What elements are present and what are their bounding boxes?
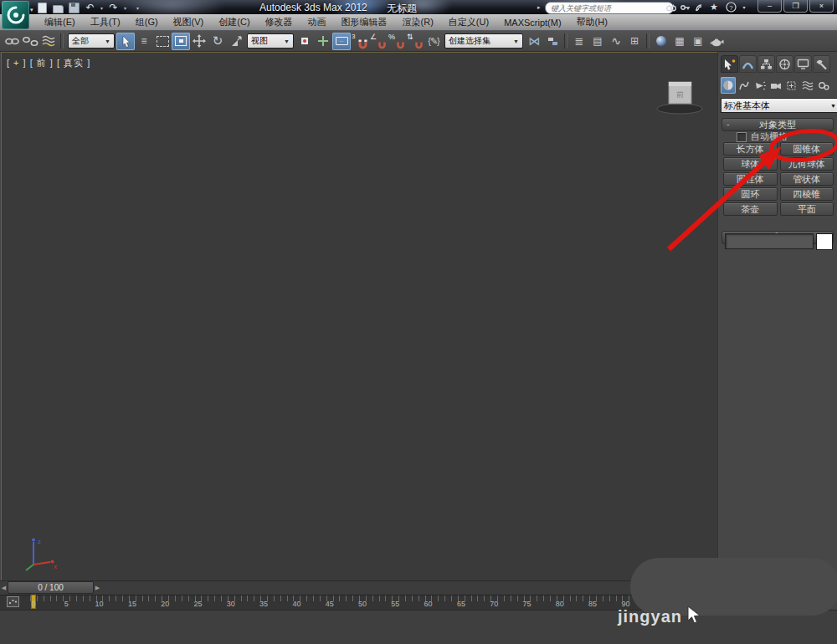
minimize-button[interactable]: – <box>757 0 782 13</box>
help-dropdown-icon[interactable]: ▾ <box>738 2 750 13</box>
primitive-button-teapot[interactable]: 茶壶 <box>723 202 778 216</box>
window-crossing-toggle-icon[interactable] <box>172 33 190 50</box>
menu-item-group[interactable]: 组(G) <box>128 14 166 30</box>
subscription-key-icon[interactable] <box>680 2 691 13</box>
select-and-link-icon[interactable] <box>3 33 21 50</box>
schematic-view-icon[interactable]: ⊞ <box>625 33 644 50</box>
primitive-button-pyramid[interactable]: 四棱锥 <box>780 187 834 201</box>
edit-named-selection-sets-icon[interactable]: {✎} <box>424 33 443 50</box>
menu-item-views[interactable]: 视图(V) <box>166 14 212 30</box>
favorites-star-icon[interactable]: ★ <box>708 2 720 13</box>
primitive-button-plane[interactable]: 平面 <box>780 202 834 216</box>
infocenter-expand-icon[interactable]: ▸ <box>537 4 541 11</box>
percent-snap-toggle-icon[interactable]: % <box>388 33 406 50</box>
primitive-button-box[interactable]: 长方体 <box>723 142 778 156</box>
align-icon[interactable] <box>543 33 562 50</box>
graphite-ribbon-icon[interactable]: ▤ <box>588 33 607 50</box>
menu-item-maxscript[interactable]: MAXScript(M) <box>496 16 568 29</box>
time-slider-grip[interactable]: 0 / 100 <box>8 581 94 594</box>
menu-item-modifiers[interactable]: 修改器 <box>258 14 300 30</box>
primitive-button-cone[interactable]: 圆锥体 <box>780 142 834 156</box>
save-file-icon[interactable] <box>69 3 80 13</box>
menu-item-rendering[interactable]: 渲染(R) <box>395 14 441 30</box>
redo-dropdown-icon[interactable]: ▾ <box>124 5 126 11</box>
infocenter-search[interactable] <box>545 2 674 14</box>
render-setup-icon[interactable]: ▦ <box>670 33 689 50</box>
open-file-icon[interactable] <box>53 3 64 13</box>
curve-editor-icon[interactable]: ∿ <box>607 33 625 50</box>
select-and-scale-icon[interactable] <box>227 33 245 50</box>
rectangular-selection-region-icon[interactable] <box>153 33 172 50</box>
viewport-label[interactable]: [ + ] [ 前 ] [ 真实 ] <box>7 57 90 69</box>
reference-coordinate-dropdown[interactable]: 视图▼ <box>247 33 294 49</box>
close-button[interactable]: × <box>809 0 834 13</box>
rendered-frame-window-icon[interactable]: ▣ <box>689 33 707 50</box>
menu-item-edit[interactable]: 编辑(E) <box>37 14 83 30</box>
select-and-rotate-icon[interactable]: ↻ <box>208 33 227 50</box>
time-slider-track[interactable] <box>0 580 717 595</box>
object-type-rollout[interactable]: - 对象类型 <box>721 118 834 131</box>
category-geometry-icon[interactable] <box>721 77 736 94</box>
autogrid-checkbox[interactable] <box>737 132 747 142</box>
use-pivot-point-icon[interactable] <box>295 33 314 50</box>
mirror-icon[interactable]: ⋈ <box>525 33 543 50</box>
angle-snap-toggle-icon[interactable]: ∠ <box>369 33 388 50</box>
primitive-button-cylinder[interactable]: 圆柱体 <box>723 172 778 186</box>
menu-item-customize[interactable]: 自定义(U) <box>441 14 496 30</box>
menu-item-graph-editors[interactable]: 图形编辑器 <box>334 14 395 30</box>
undo-icon[interactable]: ↶ <box>85 3 95 13</box>
viewcube[interactable]: 前 <box>650 75 710 115</box>
undo-dropdown-icon[interactable]: ▾ <box>100 5 103 11</box>
select-object-icon[interactable] <box>116 33 135 50</box>
category-space-warps-icon[interactable] <box>800 77 815 94</box>
time-slider-next-icon[interactable]: ▶ <box>94 582 101 594</box>
new-scene-icon[interactable] <box>37 3 48 13</box>
snaps-toggle-icon[interactable]: 3 <box>351 33 369 50</box>
primitive-button-torus[interactable]: 圆环 <box>723 187 778 201</box>
qat-customize-icon[interactable]: ▾ <box>136 5 139 11</box>
application-menu-button[interactable] <box>2 1 29 29</box>
primitive-button-geosphere[interactable]: 几何球体 <box>780 157 834 171</box>
tab-create[interactable] <box>721 55 738 73</box>
render-production-icon[interactable] <box>707 33 726 50</box>
selection-filter-dropdown[interactable]: 全部▼ <box>68 33 115 49</box>
category-helpers-icon[interactable] <box>784 77 799 94</box>
search-input[interactable] <box>551 4 668 13</box>
search-binoculars-icon[interactable] <box>665 2 677 13</box>
tab-hierarchy[interactable] <box>757 55 775 73</box>
material-editor-icon[interactable] <box>652 33 670 50</box>
mini-curve-editor-icon[interactable] <box>7 596 19 607</box>
time-slider-prev-icon[interactable]: ◀ <box>0 582 8 594</box>
menu-item-help[interactable]: 帮助(H) <box>569 14 615 30</box>
category-shapes-icon[interactable] <box>737 77 752 94</box>
menu-item-tools[interactable]: 工具(T) <box>83 14 128 30</box>
communication-center-icon[interactable] <box>694 2 706 13</box>
tab-motion[interactable] <box>776 55 793 73</box>
tab-utilities[interactable] <box>813 55 830 73</box>
category-cameras-icon[interactable] <box>768 77 783 94</box>
viewport-front[interactable] <box>1 52 718 581</box>
application-menu-arrow-icon[interactable]: ▾ <box>30 7 33 13</box>
bind-to-space-warp-icon[interactable] <box>39 33 58 50</box>
keyboard-shortcut-override-icon[interactable]: ∙∙∙ <box>332 33 351 50</box>
redo-icon[interactable]: ↷ <box>108 3 119 13</box>
primitive-button-sphere[interactable]: 球体 <box>723 157 778 171</box>
named-selection-sets-dropdown[interactable]: 创建选择集▼ <box>444 33 523 49</box>
object-color-swatch[interactable] <box>816 233 833 250</box>
unlink-selection-icon[interactable] <box>21 33 39 50</box>
select-and-manipulate-icon[interactable] <box>314 33 332 50</box>
select-by-name-icon[interactable]: ≡ <box>135 33 153 50</box>
menu-item-create[interactable]: 创建(C) <box>211 14 257 30</box>
select-and-move-icon[interactable] <box>190 33 208 50</box>
object-name-field[interactable] <box>725 233 814 249</box>
layer-manager-icon[interactable]: ≣ <box>570 33 588 50</box>
help-icon[interactable]: ? <box>725 2 737 13</box>
menu-item-animation[interactable]: 动画 <box>300 14 334 30</box>
category-systems-icon[interactable] <box>816 77 831 94</box>
tab-display[interactable] <box>794 55 812 73</box>
primitive-button-tube[interactable]: 管状体 <box>780 172 834 186</box>
spinner-snap-toggle-icon[interactable]: ⇅ <box>406 33 424 50</box>
primitive-type-dropdown[interactable]: 标准基本体▼ <box>721 98 837 113</box>
maximize-button[interactable]: ❒ <box>783 0 808 13</box>
tab-modify[interactable] <box>739 55 757 73</box>
